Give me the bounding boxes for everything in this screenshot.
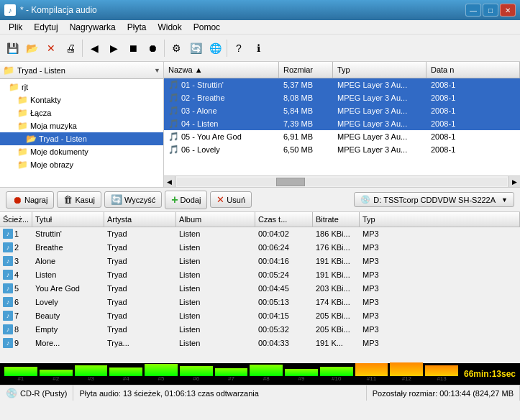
eq-band-6: #6 bbox=[180, 366, 213, 382]
col-czas[interactable]: Czas t... bbox=[255, 212, 313, 227]
menu-pomoc[interactable]: Pomoc bbox=[188, 22, 226, 33]
filelist-col-typ[interactable]: Typ bbox=[333, 62, 427, 78]
col-sciezka[interactable]: Ścież... bbox=[0, 212, 32, 227]
file-row-you-are-god[interactable]: 🎵05 - You Are God 6,91 MB MPEG Layer 3 A… bbox=[164, 130, 520, 143]
track-row-6[interactable]: ♪6 Lovely Tryad Listen 00:05:13 174 KBi.… bbox=[0, 296, 520, 309]
toolbar-stop-button[interactable]: ⏹ bbox=[124, 39, 142, 58]
track-artist-cell: Tryad bbox=[104, 243, 176, 252]
track-row-7[interactable]: ♪7 Beauty Tryad Listen 00:04:15 205 KBi.… bbox=[0, 309, 520, 323]
toolbar-help-button[interactable]: ? bbox=[229, 39, 248, 58]
filetree-body: 📁 rjt 📁 Kontakty 📁 Łącza 📁 Moja muzyka 📂… bbox=[0, 79, 163, 187]
toolbar-info-button[interactable]: ℹ bbox=[249, 39, 268, 58]
eq-band-3: #3 bbox=[75, 365, 108, 382]
track-icon: ♪ bbox=[3, 229, 13, 239]
track-album-cell: Listen bbox=[176, 325, 255, 334]
toolbar-network-button[interactable]: 🌐 bbox=[206, 39, 224, 58]
toolbar: 💾 📂 ✕ 🖨 ◀ ▶ ⏹ ⏺ ⚙ 🔄 🌐 ? ℹ bbox=[0, 35, 520, 62]
toolbar-open-button[interactable]: 📂 bbox=[22, 39, 41, 58]
tree-item-moje-dokumenty[interactable]: 📁 Moje dokumenty bbox=[0, 145, 163, 158]
col-typ[interactable]: Typ bbox=[360, 212, 520, 227]
filetree-header[interactable]: 📁 Tryad - Listen ▼ bbox=[0, 62, 163, 79]
dodaj-button[interactable]: + Dodaj bbox=[165, 191, 207, 209]
scroll-thumb[interactable] bbox=[276, 178, 305, 186]
track-type-cell: MP3 bbox=[360, 339, 520, 347]
tree-item-moje-obrazy[interactable]: 📁 Moje obrazy bbox=[0, 158, 163, 171]
toolbar-save-button[interactable]: 💾 bbox=[3, 39, 22, 58]
maximize-button[interactable]: □ bbox=[483, 4, 498, 17]
tree-item-tryad-listen[interactable]: 📂 Tryad - Listen bbox=[0, 132, 163, 145]
track-time-cell: 00:04:02 bbox=[255, 229, 313, 238]
usun-button[interactable]: ✕ Usuń bbox=[210, 191, 252, 208]
col-tytul[interactable]: Tytuł bbox=[32, 212, 104, 227]
filelist-col-nazwa[interactable]: Nazwa ▲ bbox=[164, 62, 279, 78]
scroll-left-button[interactable]: ◀ bbox=[164, 176, 175, 187]
track-artist-cell: Tryad bbox=[104, 270, 176, 279]
tree-item-kontakty[interactable]: 📁 Kontakty bbox=[0, 93, 163, 106]
audio-file-icon: 🎵 bbox=[168, 93, 179, 103]
wyczysc-button[interactable]: 🔄 Wyczyść bbox=[104, 191, 162, 208]
track-num-cell: ♪8 bbox=[0, 324, 32, 334]
toolbar-delete-button[interactable]: ✕ bbox=[42, 39, 60, 58]
filelist-col-data[interactable]: Data n bbox=[427, 62, 520, 78]
track-row-2[interactable]: ♪2 Breathe Tryad Listen 00:06:24 176 KBi… bbox=[0, 241, 520, 255]
file-name-cell: 🎵03 - Alone bbox=[164, 106, 279, 116]
col-artysta[interactable]: Artysta bbox=[104, 212, 176, 227]
status-tracks-section: Płyta audio: 13 ścieżek, 01:06:13 czas o… bbox=[73, 385, 366, 401]
file-type-cell: MPEG Layer 3 Au... bbox=[333, 93, 427, 102]
file-row-listen[interactable]: 🎵04 - Listen 7,39 MB MPEG Layer 3 Au... … bbox=[164, 117, 520, 130]
track-row-4[interactable]: ♪4 Listen Tryad Listen 00:05:24 191 KBi.… bbox=[0, 268, 520, 282]
menu-plik[interactable]: Plik bbox=[3, 22, 28, 33]
track-row-8[interactable]: ♪8 Empty Tryad Listen 00:05:32 205 KBi..… bbox=[0, 323, 520, 337]
toolbar-refresh-button[interactable]: 🔄 bbox=[186, 39, 205, 58]
menu-nagrywarka[interactable]: Nagrywarka bbox=[64, 22, 122, 33]
file-row-alone[interactable]: 🎵03 - Alone 5,84 MB MPEG Layer 3 Au... 2… bbox=[164, 104, 520, 117]
filetree-current-folder: 📁 Tryad - Listen bbox=[3, 65, 65, 76]
track-title-cell: Alone bbox=[32, 257, 104, 265]
filelist-col-rozmiar[interactable]: Rozmiar bbox=[279, 62, 333, 78]
menu-widok[interactable]: Widok bbox=[152, 22, 187, 33]
folder-icon: 📁 bbox=[17, 147, 28, 157]
folder-icon: 📁 bbox=[9, 82, 19, 92]
col-album[interactable]: Album bbox=[176, 212, 255, 227]
tree-item-lacza[interactable]: 📁 Łącza bbox=[0, 106, 163, 119]
track-bitrate-cell: 205 KBi... bbox=[313, 311, 360, 320]
tree-item-rjt[interactable]: 📁 rjt bbox=[0, 81, 163, 93]
toolbar-back-button[interactable]: ◀ bbox=[85, 39, 104, 58]
menu-plyta[interactable]: Płyta bbox=[122, 22, 152, 33]
track-row-1[interactable]: ♪1 Struttin' Tryad Listen 00:04:02 186 K… bbox=[0, 227, 520, 241]
track-row-9[interactable]: ♪9 More... Trya... Listen 00:04:33 191 K… bbox=[0, 337, 520, 350]
scroll-track[interactable] bbox=[177, 178, 507, 186]
file-row-breathe[interactable]: 🎵02 - Breathe 8,08 MB MPEG Layer 3 Au...… bbox=[164, 91, 520, 104]
close-button[interactable]: ✕ bbox=[500, 4, 516, 17]
toolbar-settings-button[interactable]: ⚙ bbox=[167, 39, 186, 58]
menu-edytuj[interactable]: Edytuj bbox=[28, 22, 63, 33]
file-row-lovely[interactable]: 🎵06 - Lovely 6,50 MB MPEG Layer 3 Au... … bbox=[164, 143, 520, 156]
audio-file-icon: 🎵 bbox=[168, 106, 179, 116]
dropdown-arrow-icon[interactable]: ▼ bbox=[154, 67, 160, 74]
toolbar-print-button[interactable]: 🖨 bbox=[61, 39, 80, 58]
minimize-button[interactable]: — bbox=[465, 4, 481, 17]
eq-band-10: #10 bbox=[320, 367, 353, 382]
nagraj-button[interactable]: ⏺ Nagraj bbox=[6, 191, 54, 209]
drive-selector[interactable]: 💿 D: TSSTcorp CDDVDW SH-S222A ▼ bbox=[354, 192, 514, 207]
filetree-panel: 📁 Tryad - Listen ▼ 📁 rjt 📁 Kontakty 📁 Łą… bbox=[0, 62, 164, 187]
file-name-cell: 🎵04 - Listen bbox=[164, 119, 279, 129]
file-size-cell: 5,37 MB bbox=[279, 81, 333, 89]
track-row-5[interactable]: ♪5 You Are God Tryad Listen 00:04:45 203… bbox=[0, 282, 520, 296]
horizontal-scrollbar[interactable]: ◀ ▶ bbox=[164, 175, 520, 187]
file-row-struttin[interactable]: 🎵01 - Struttin' 5,37 MB MPEG Layer 3 Au.… bbox=[164, 78, 520, 91]
filelist-panel: Nazwa ▲ Rozmiar Typ Data n 🎵01 - Strutti… bbox=[164, 62, 520, 187]
eq-bar bbox=[355, 363, 388, 376]
kasuj-button[interactable]: 🗑 Kasuj bbox=[57, 191, 101, 208]
toolbar-forward-button[interactable]: ▶ bbox=[104, 39, 123, 58]
status-remaining-section: Pozostały rozmiar: 00:13:44 (824,27 MB bbox=[367, 385, 520, 401]
track-row-3[interactable]: ♪3 Alone Tryad Listen 00:04:16 191 KBi..… bbox=[0, 255, 520, 268]
track-album-cell: Listen bbox=[176, 270, 255, 279]
tracklist-header: Ścież... Tytuł Artysta Album Czas t... B… bbox=[0, 212, 520, 227]
tree-item-moja-muzyka[interactable]: 📁 Moja muzyka bbox=[0, 119, 163, 132]
track-artist-cell: Tryad bbox=[104, 325, 176, 334]
toolbar-record-button[interactable]: ⏺ bbox=[143, 39, 162, 58]
track-time-cell: 00:04:45 bbox=[255, 284, 313, 293]
col-bitrate[interactable]: Bitrate bbox=[313, 212, 360, 227]
scroll-right-button[interactable]: ▶ bbox=[508, 176, 520, 187]
